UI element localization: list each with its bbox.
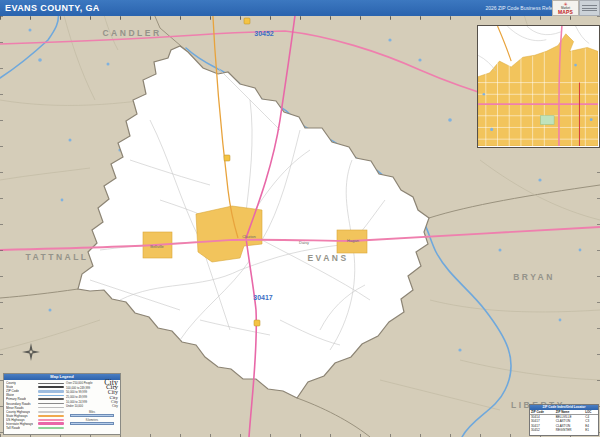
population-city-sample: City	[112, 405, 118, 409]
legend-item-sample	[38, 407, 64, 408]
legend-item-sample	[38, 411, 64, 413]
zip-index-table: ZIP Code Index/Grid Locator ZIP CodeZIP …	[529, 404, 599, 436]
legend-item-sample	[38, 383, 64, 384]
zip-table-body: 30414BELLVILLEC430417CLAXTONC330417CLAXT…	[530, 415, 598, 433]
page-title: EVANS COUNTY, GA	[0, 3, 100, 13]
legend-item-sample	[38, 419, 64, 421]
map-page: EVANS COUNTY, GA 2026 ZIP Code Business …	[0, 0, 600, 437]
legend-item-sample	[38, 422, 64, 425]
zip-table-cell: E1	[584, 428, 598, 432]
claxton-inset-map	[477, 25, 600, 148]
scale-km-bar	[70, 422, 114, 425]
population-range-label: Under 10,000	[66, 404, 83, 408]
population-key-row: Under 10,000City	[66, 404, 118, 409]
legend-item-sample	[38, 415, 64, 417]
legend-item-sample	[38, 390, 64, 393]
population-range-label: 25,000 to 49,999	[66, 395, 87, 399]
scale-bars: Miles Kilometers	[66, 411, 118, 425]
zip-table-cell: REGISTER	[555, 428, 584, 432]
population-range-label: 10,000 to 24,999	[66, 400, 87, 404]
legend-panel: Map Legend CountyStateZIP CodeWaterPrima…	[3, 373, 121, 435]
inset-canvas	[478, 26, 598, 146]
compass-rose-icon	[22, 342, 40, 364]
publisher-badge	[579, 0, 600, 16]
zip-table-cell: 30452	[530, 428, 555, 432]
legend-item: Toll Roads	[6, 426, 64, 430]
legend-item-label: Toll Roads	[6, 426, 20, 430]
marketmaps-logo: ✳ Market MAPS	[552, 0, 579, 16]
scale-miles-bar	[70, 414, 114, 417]
legend-item-sample	[38, 398, 64, 400]
header-bar: EVANS COUNTY, GA 2026 ZIP Code Business …	[0, 0, 600, 16]
legend-item-sample	[38, 395, 64, 396]
legend-item-sample	[38, 386, 64, 388]
legend-population-key: Over 250,000 PeopleCity100,000 to 249,99…	[64, 381, 118, 430]
legend-item-sample	[38, 403, 64, 404]
population-range-label: 50,000 to 99,999	[66, 390, 87, 394]
zip-table-header: ZIP CodeZIP NameLOC	[530, 410, 598, 415]
inset-park	[540, 116, 554, 125]
legend-item-sample	[38, 427, 64, 429]
legend-items: CountyStateZIP CodeWaterPrimary RoadsSec…	[6, 381, 64, 430]
population-range-label: Over 250,000 People	[66, 381, 92, 385]
zip-table-row: 30452REGISTERE1	[530, 428, 598, 432]
population-range-label: 100,000 to 249,999	[66, 386, 90, 390]
publisher-logos: ✳ Market MAPS	[552, 0, 600, 16]
